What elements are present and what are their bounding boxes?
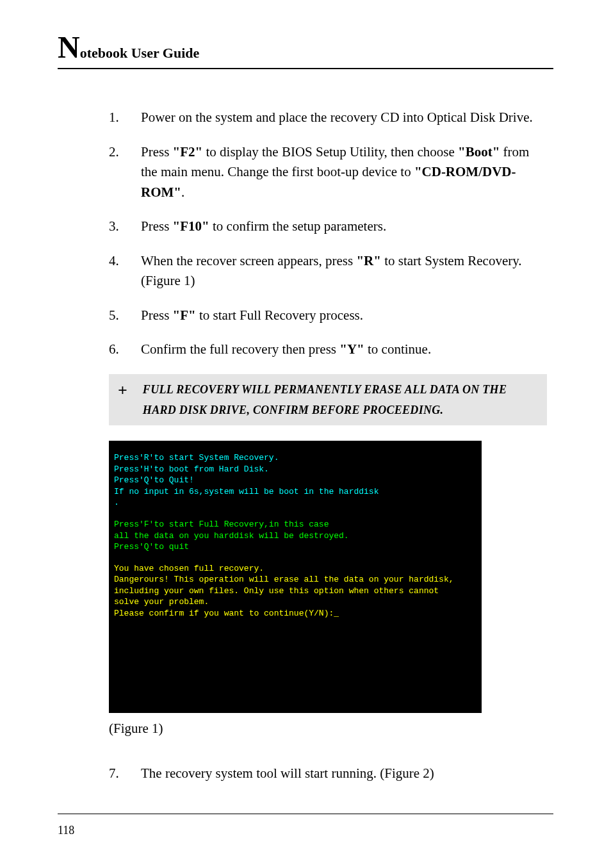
step-3: 3. Press "F10" to confirm the setup para… (109, 217, 547, 237)
terminal-line: Press'R'to start System Recovery. (114, 452, 477, 464)
terminal-block-3: You have chosen full recovery. Dangerour… (114, 563, 477, 619)
terminal-line: all the data on you harddisk will be des… (114, 530, 477, 542)
terminal-line: . (114, 497, 477, 509)
footer-line (58, 814, 553, 814)
terminal-screenshot: Press'R'to start System Recovery. Press'… (109, 441, 482, 713)
step-number: 4. (109, 251, 141, 291)
page-number: 118 (58, 824, 74, 837)
terminal-line: Please confirm if you want to continue(Y… (114, 608, 477, 619)
step-text: Press "F10" to confirm the setup paramet… (141, 217, 547, 237)
main-content: 1. Power on the system and place the rec… (58, 108, 553, 784)
step-number: 1. (109, 108, 141, 128)
step-text: The recovery system tool will start runn… (141, 764, 547, 784)
terminal-line: Press'F'to start Full Recovery,in this c… (114, 519, 477, 530)
page-header: Notebook User Guide (58, 38, 553, 69)
terminal-line: If no input in 6s,system will be boot in… (114, 486, 477, 498)
step-number: 6. (109, 340, 141, 360)
step-number: 3. (109, 217, 141, 237)
step-number: 2. (109, 142, 141, 203)
step-6: 6. Confirm the full recovery then press … (109, 340, 547, 360)
terminal-line: Press'H'to boot from Hard Disk. (114, 464, 477, 475)
step-2: 2. Press "F2" to display the BIOS Setup … (109, 142, 547, 203)
step-number: 7. (109, 764, 141, 784)
step-text: When the recover screen appears, press "… (141, 251, 547, 291)
terminal-line: Press'Q'to Quit! (114, 475, 477, 486)
terminal-line: including your own files. Only use this … (114, 585, 477, 597)
header-title: Notebook User Guide (58, 38, 553, 61)
steps-list-continued: 7. The recovery system tool will start r… (109, 764, 547, 784)
step-4: 4. When the recover screen appears, pres… (109, 251, 547, 291)
step-text: Power on the system and place the recove… (141, 108, 547, 128)
terminal-block-1: Press'R'to start System Recovery. Press'… (114, 452, 477, 509)
warning-box: + FULL RECOVERY WILL PERMANENTLY ERASE A… (109, 374, 547, 426)
step-1: 1. Power on the system and place the rec… (109, 108, 547, 128)
title-big-n: N (58, 30, 80, 64)
figure-label: (Figure 1) (109, 721, 547, 737)
step-text: Press "F2" to display the BIOS Setup Uti… (141, 142, 547, 203)
title-rest: otebook User Guide (80, 45, 200, 61)
step-text: Press "F" to start Full Recovery process… (141, 306, 547, 326)
terminal-line: solve your problem. (114, 596, 477, 608)
terminal-line: Dangerours! This operation will erase al… (114, 574, 477, 585)
step-number: 5. (109, 306, 141, 326)
terminal-line: You have chosen full recovery. (114, 563, 477, 575)
terminal-line: Press'Q'to quit (114, 541, 477, 553)
step-7: 7. The recovery system tool will start r… (109, 764, 547, 784)
warning-text: FULL RECOVERY WILL PERMANENTLY ERASE ALL… (143, 379, 541, 421)
step-5: 5. Press "F" to start Full Recovery proc… (109, 306, 547, 326)
step-text: Confirm the full recovery then press "Y"… (141, 340, 547, 360)
terminal-block-2: Press'F'to start Full Recovery,in this c… (114, 519, 477, 553)
steps-list: 1. Power on the system and place the rec… (109, 108, 547, 360)
warning-icon: + (118, 379, 127, 402)
